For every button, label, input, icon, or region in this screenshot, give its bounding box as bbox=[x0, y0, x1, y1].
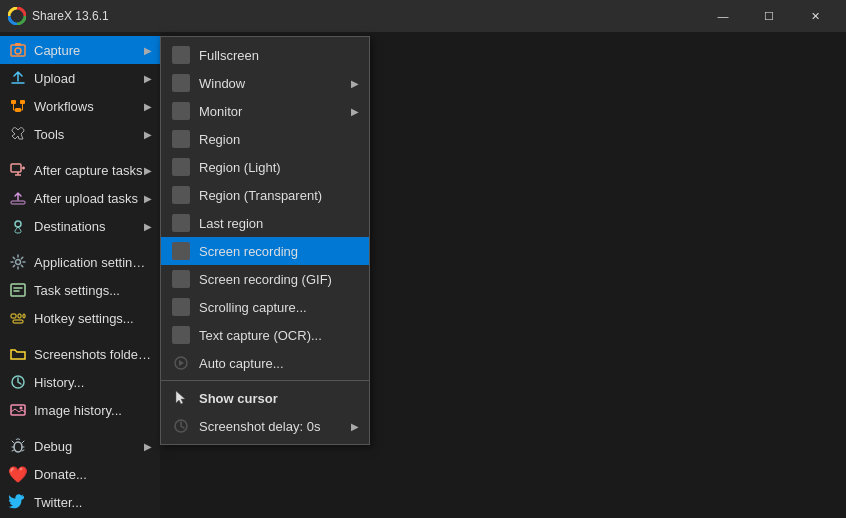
twitter-label: Twitter... bbox=[34, 495, 152, 510]
region-transparent-icon bbox=[171, 185, 191, 205]
region-label: Region bbox=[199, 132, 359, 147]
hotkey-settings-label: Hotkey settings... bbox=[34, 311, 152, 326]
sidebar-item-screenshots-folder[interactable]: Screenshots folder... bbox=[0, 340, 160, 368]
task-settings-icon bbox=[8, 280, 28, 300]
svg-rect-11 bbox=[11, 284, 25, 296]
task-settings-label: Task settings... bbox=[34, 283, 152, 298]
sidebar-item-donate[interactable]: ❤️ Donate... bbox=[0, 460, 160, 488]
after-upload-arrow: ▶ bbox=[144, 193, 152, 204]
submenu-item-auto-capture[interactable]: Auto capture... bbox=[161, 349, 369, 377]
sidebar-item-twitter[interactable]: Twitter... bbox=[0, 488, 160, 516]
svg-rect-12 bbox=[11, 314, 16, 318]
svg-point-19 bbox=[14, 442, 22, 452]
svg-rect-4 bbox=[11, 100, 16, 104]
submenu-item-window[interactable]: Window ▶ bbox=[161, 69, 369, 97]
tools-label: Tools bbox=[34, 127, 144, 142]
show-cursor-label: Show cursor bbox=[199, 391, 359, 406]
app-settings-icon bbox=[8, 252, 28, 272]
svg-point-3 bbox=[15, 48, 21, 54]
submenu-item-text-capture[interactable]: Text capture (OCR)... bbox=[161, 321, 369, 349]
submenu-item-monitor[interactable]: Monitor ▶ bbox=[161, 97, 369, 125]
upload-label: Upload bbox=[34, 71, 144, 86]
screen-recording-label: Screen recording bbox=[199, 244, 359, 259]
sidebar-item-history[interactable]: History... bbox=[0, 368, 160, 396]
submenu-item-region-light[interactable]: Region (Light) bbox=[161, 153, 369, 181]
title-bar: ShareX 13.6.1 — ☐ ✕ bbox=[0, 0, 846, 32]
donate-icon: ❤️ bbox=[8, 464, 28, 484]
sidebar-item-app-settings[interactable]: Application settings... bbox=[0, 248, 160, 276]
hotkey-settings-icon bbox=[8, 308, 28, 328]
tools-icon bbox=[8, 124, 28, 144]
close-button[interactable]: ✕ bbox=[792, 0, 838, 32]
workflows-label: Workflows bbox=[34, 99, 144, 114]
capture-arrow: ▶ bbox=[144, 45, 152, 56]
debug-arrow: ▶ bbox=[144, 441, 152, 452]
screenshot-delay-icon bbox=[171, 416, 191, 436]
sidebar-item-after-upload[interactable]: After upload tasks ▶ bbox=[0, 184, 160, 212]
submenu-item-scrolling-capture[interactable]: Scrolling capture... bbox=[161, 293, 369, 321]
capture-submenu: Fullscreen Window ▶ Monitor ▶ Region bbox=[160, 36, 370, 445]
after-upload-label: After upload tasks bbox=[34, 191, 144, 206]
debug-label: Debug bbox=[34, 439, 144, 454]
screen-recording-gif-label: Screen recording (GIF) bbox=[199, 272, 359, 287]
app-icon bbox=[8, 7, 26, 25]
submenu-item-screenshot-delay[interactable]: Screenshot delay: 0s ▶ bbox=[161, 412, 369, 440]
screen-recording-gif-icon bbox=[171, 269, 191, 289]
workflows-arrow: ▶ bbox=[144, 101, 152, 112]
history-label: History... bbox=[34, 375, 152, 390]
app-settings-label: Application settings... bbox=[34, 255, 152, 270]
text-capture-icon bbox=[171, 325, 191, 345]
monitor-icon bbox=[171, 101, 191, 121]
scrolling-capture-icon bbox=[171, 297, 191, 317]
sidebar-item-upload[interactable]: Upload ▶ bbox=[0, 64, 160, 92]
submenu-item-show-cursor[interactable]: Show cursor bbox=[161, 384, 369, 412]
svg-point-18 bbox=[20, 407, 23, 410]
maximize-button[interactable]: ☐ bbox=[746, 0, 792, 32]
sidebar-item-tools[interactable]: Tools ▶ bbox=[0, 120, 160, 148]
minimize-button[interactable]: — bbox=[700, 0, 746, 32]
destinations-icon bbox=[8, 216, 28, 236]
submenu-item-last-region[interactable]: Last region bbox=[161, 209, 369, 237]
sidebar-item-capture[interactable]: Capture ▶ bbox=[0, 36, 160, 64]
submenu-item-region[interactable]: Region bbox=[161, 125, 369, 153]
svg-rect-15 bbox=[13, 320, 23, 323]
sidebar-item-debug[interactable]: Debug ▶ bbox=[0, 432, 160, 460]
sidebar-item-destinations[interactable]: Destinations ▶ bbox=[0, 212, 160, 240]
image-history-icon bbox=[8, 400, 28, 420]
show-cursor-icon bbox=[171, 388, 191, 408]
sidebar: Capture ▶ Upload ▶ bbox=[0, 32, 160, 518]
destinations-arrow: ▶ bbox=[144, 221, 152, 232]
sidebar-item-task-settings[interactable]: Task settings... bbox=[0, 276, 160, 304]
svg-rect-2 bbox=[15, 43, 21, 46]
region-light-label: Region (Light) bbox=[199, 160, 359, 175]
destinations-label: Destinations bbox=[34, 219, 144, 234]
after-capture-label: After capture tasks bbox=[34, 163, 144, 178]
submenu-item-screen-recording-gif[interactable]: Screen recording (GIF) bbox=[161, 265, 369, 293]
window-controls: — ☐ ✕ bbox=[700, 0, 838, 32]
region-light-icon bbox=[171, 157, 191, 177]
sidebar-item-workflows[interactable]: Workflows ▶ bbox=[0, 92, 160, 120]
after-capture-arrow: ▶ bbox=[144, 165, 152, 176]
capture-icon bbox=[8, 40, 28, 60]
svg-rect-14 bbox=[23, 314, 25, 318]
last-region-icon bbox=[171, 213, 191, 233]
submenu-item-fullscreen[interactable]: Fullscreen bbox=[161, 41, 369, 69]
monitor-arrow: ▶ bbox=[351, 106, 359, 117]
submenu-item-region-transparent[interactable]: Region (Transparent) bbox=[161, 181, 369, 209]
sidebar-item-image-history[interactable]: Image history... bbox=[0, 396, 160, 424]
sidebar-item-hotkey-settings[interactable]: Hotkey settings... bbox=[0, 304, 160, 332]
upload-arrow: ▶ bbox=[144, 73, 152, 84]
region-icon bbox=[171, 129, 191, 149]
window-arrow: ▶ bbox=[351, 78, 359, 89]
screenshots-folder-icon bbox=[8, 344, 28, 364]
history-icon bbox=[8, 372, 28, 392]
twitter-icon bbox=[8, 492, 28, 512]
last-region-label: Last region bbox=[199, 216, 359, 231]
main-content: Fullscreen Window ▶ Monitor ▶ Region bbox=[160, 32, 846, 518]
svg-rect-13 bbox=[18, 314, 21, 318]
submenu-item-screen-recording[interactable]: Screen recording bbox=[161, 237, 369, 265]
sidebar-item-after-capture[interactable]: After capture tasks ▶ bbox=[0, 156, 160, 184]
image-history-label: Image history... bbox=[34, 403, 152, 418]
screen-recording-icon bbox=[171, 241, 191, 261]
svg-point-10 bbox=[16, 260, 21, 265]
